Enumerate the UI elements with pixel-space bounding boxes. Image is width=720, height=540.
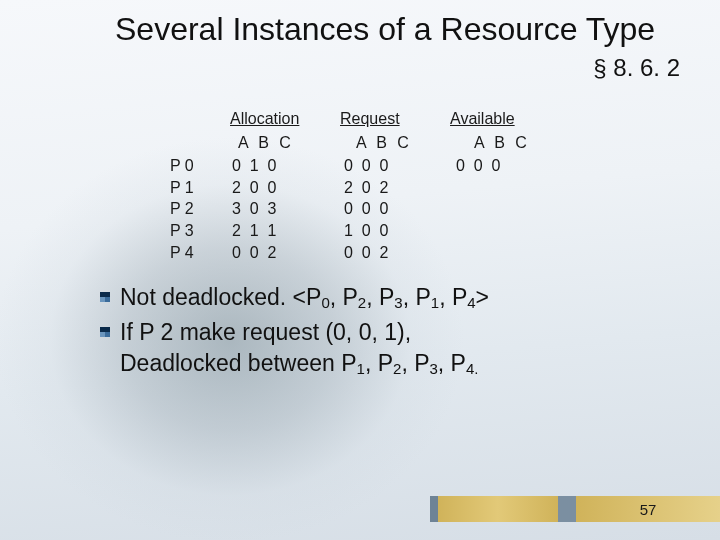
bullet-text: Not deadlocked. <P0, P2, P3, P1, P4> bbox=[120, 282, 660, 313]
resource-table: Allocation Request Available A B C A B C… bbox=[170, 108, 584, 263]
list-item: Not deadlocked. <P0, P2, P3, P1, P4> bbox=[100, 282, 660, 313]
request-cell: 0 0 0 bbox=[342, 198, 454, 220]
table-row: P 2 3 0 3 0 0 0 bbox=[170, 198, 584, 220]
process-label: P 1 bbox=[170, 177, 230, 199]
request-cell: 2 0 2 bbox=[342, 177, 454, 199]
table-headers: Allocation Request Available bbox=[170, 108, 584, 130]
available-cell: 0 0 0 bbox=[454, 155, 566, 177]
bullet-list: Not deadlocked. <P0, P2, P3, P1, P4> If … bbox=[100, 282, 660, 383]
bullet-icon bbox=[100, 292, 110, 302]
process-label: P 2 bbox=[170, 198, 230, 220]
alloc-cell: 2 1 1 bbox=[230, 220, 342, 242]
footer-stripe bbox=[438, 496, 558, 522]
page-title: Several Instances of a Resource Type bbox=[115, 12, 675, 48]
page-number: 57 bbox=[576, 496, 720, 522]
request-cell: 1 0 0 bbox=[342, 220, 454, 242]
table-subheaders: A B C A B C A B C bbox=[170, 132, 584, 154]
footer-stripe bbox=[558, 496, 576, 522]
request-cell: 0 0 2 bbox=[342, 242, 454, 264]
footer-bar: 57 bbox=[430, 496, 720, 522]
col-allocation: Allocation bbox=[230, 108, 340, 130]
footer-stripe bbox=[430, 496, 438, 522]
abc-available: A B C bbox=[466, 132, 584, 154]
slide: Several Instances of a Resource Type § 8… bbox=[0, 0, 720, 540]
alloc-cell: 3 0 3 bbox=[230, 198, 342, 220]
table-row: P 1 2 0 0 2 0 2 bbox=[170, 177, 584, 199]
bullet-text: If P 2 make request (0, 0, 1), Deadlocke… bbox=[120, 317, 660, 379]
alloc-cell: 0 1 0 bbox=[230, 155, 342, 177]
col-request: Request bbox=[340, 108, 450, 130]
alloc-cell: 2 0 0 bbox=[230, 177, 342, 199]
abc-allocation: A B C bbox=[230, 132, 348, 154]
list-item: If P 2 make request (0, 0, 1), Deadlocke… bbox=[100, 317, 660, 379]
alloc-cell: 0 0 2 bbox=[230, 242, 342, 264]
request-cell: 0 0 0 bbox=[342, 155, 454, 177]
table-row: P 4 0 0 2 0 0 2 bbox=[170, 242, 584, 264]
col-available: Available bbox=[450, 108, 560, 130]
table-row: P 3 2 1 1 1 0 0 bbox=[170, 220, 584, 242]
abc-request: A B C bbox=[348, 132, 466, 154]
process-label: P 0 bbox=[170, 155, 230, 177]
section-ref: § 8. 6. 2 bbox=[593, 54, 680, 82]
process-label: P 4 bbox=[170, 242, 230, 264]
bullet-icon bbox=[100, 327, 110, 337]
process-label: P 3 bbox=[170, 220, 230, 242]
table-body: P 0 0 1 0 0 0 0 0 0 0 P 1 2 0 0 2 0 2 P … bbox=[170, 155, 584, 263]
table-row: P 0 0 1 0 0 0 0 0 0 0 bbox=[170, 155, 584, 177]
